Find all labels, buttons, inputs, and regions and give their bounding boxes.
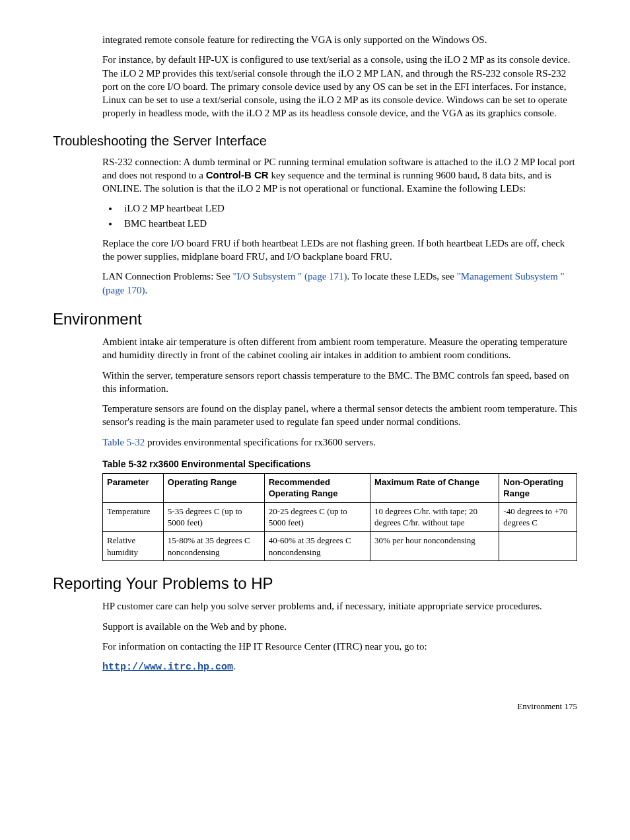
page-footer: Environment 175 (53, 701, 577, 712)
cell-op-range: 5-35 degrees C (up to 5000 feet) (163, 502, 264, 531)
cell-non-op: -40 degrees to +70 degrees C (499, 502, 577, 531)
env-text-4b: provides environmental specifications fo… (145, 437, 375, 447)
th-max-rate-change: Maximum Rate of Change (370, 473, 499, 502)
table-header-row: Parameter Operating Range Recommended Op… (103, 473, 577, 502)
intro-paragraph-2: For instance, by default HP-UX is config… (102, 53, 577, 120)
control-b-cr-bold: Control-B CR (206, 169, 269, 180)
report-link-line: http://www.itrc.hp.com. (102, 660, 577, 674)
cell-rec-range: 20-25 degrees C (up to 5000 feet) (264, 502, 370, 531)
trouble-text-3a: LAN Connection Problems: See (102, 271, 232, 282)
cell-param: Relative humidity (103, 531, 164, 560)
trouble-text-3b: . To locate these LEDs, see (347, 271, 457, 282)
report-paragraph-2: Support is available on the Web and by p… (102, 620, 577, 633)
cell-op-range: 15-80% at 35 degrees C noncondensing (163, 531, 264, 560)
env-paragraph-4: Table 5-32 provides environmental specif… (102, 436, 577, 449)
th-recommended-range: Recommended Operating Range (264, 473, 370, 502)
th-parameter: Parameter (103, 473, 164, 502)
trouble-paragraph-1: RS-232 connection: A dumb terminal or PC… (102, 155, 577, 196)
trouble-paragraph-2: Replace the core I/O board FRU if both h… (102, 237, 577, 264)
report-link-period: . (233, 661, 236, 671)
cell-rec-range: 40-60% at 35 degrees C noncondensing (264, 531, 370, 560)
table-row: Temperature 5-35 degrees C (up to 5000 f… (103, 502, 577, 531)
env-paragraph-2: Within the server, temperature sensors r… (102, 369, 577, 396)
table-caption: Table 5-32 rx3600 Environmental Specific… (102, 458, 577, 471)
link-io-subsystem[interactable]: "I/O Subsystem " (page 171) (232, 271, 347, 282)
link-table-5-32[interactable]: Table 5-32 (102, 437, 145, 447)
env-paragraph-3: Temperature sensors are found on the dis… (102, 402, 577, 429)
trouble-text-3c: . (145, 285, 148, 295)
heading-environment: Environment (53, 309, 577, 330)
th-non-operating-range: Non-Operating Range (499, 473, 577, 502)
intro-paragraph-1: integrated remote console feature for re… (102, 33, 577, 46)
cell-max-rate: 10 degrees C/hr. with tape; 20 degrees C… (370, 502, 499, 531)
cell-max-rate: 30% per hour noncondensing (370, 531, 499, 560)
cell-param: Temperature (103, 502, 164, 531)
trouble-paragraph-3: LAN Connection Problems: See "I/O Subsys… (102, 270, 577, 297)
env-spec-table: Parameter Operating Range Recommended Op… (102, 473, 577, 561)
env-paragraph-1: Ambient intake air temperature is often … (102, 335, 577, 362)
report-paragraph-1: HP customer care can help you solve serv… (102, 599, 577, 613)
report-paragraph-3: For information on contacting the HP IT … (102, 640, 577, 653)
heading-troubleshooting: Troubleshooting the Server Interface (53, 132, 577, 150)
led-list: iLO 2 MP heartbeat LED BMC heartbeat LED (53, 202, 577, 230)
link-itrc-url[interactable]: http://www.itrc.hp.com (102, 662, 233, 673)
heading-reporting: Reporting Your Problems to HP (53, 573, 577, 594)
list-item: BMC heartbeat LED (119, 217, 577, 230)
list-item: iLO 2 MP heartbeat LED (119, 202, 577, 215)
cell-non-op (499, 531, 577, 560)
th-operating-range: Operating Range (163, 473, 264, 502)
table-row: Relative humidity 15-80% at 35 degrees C… (103, 531, 577, 560)
